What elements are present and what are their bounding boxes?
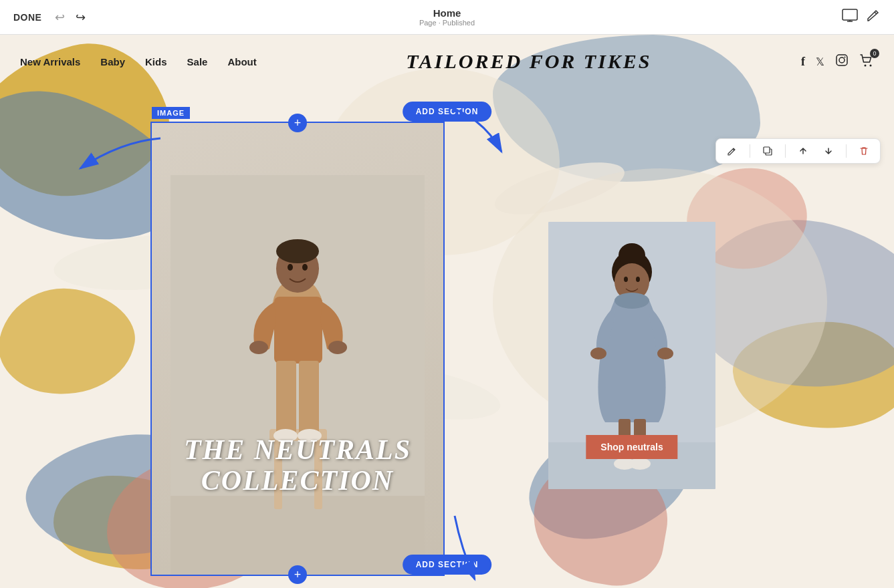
svg-point-31	[636, 277, 640, 282]
svg-point-38	[629, 458, 651, 470]
navigation-bar: New Arrivals Baby Kids Sale About Tailor…	[0, 35, 894, 88]
page-title: Home	[419, 7, 475, 19]
done-button[interactable]: DONE	[13, 12, 41, 23]
toolbar-divider-1	[750, 144, 750, 158]
nav-social-icons: f 𝕏 0	[801, 53, 874, 71]
svg-point-33	[590, 347, 606, 359]
image-selection-box[interactable]: IMAGE + +	[150, 122, 445, 576]
facebook-icon[interactable]: f	[801, 55, 805, 69]
toolbar-right	[842, 8, 881, 26]
svg-rect-40	[764, 147, 770, 153]
add-section-bottom-button[interactable]: ADD SECTION	[403, 555, 492, 575]
add-section-top: ADD SECTION	[403, 102, 492, 122]
svg-rect-3	[836, 55, 847, 65]
svg-point-7	[869, 64, 871, 66]
nav-link-about[interactable]: About	[227, 56, 256, 67]
toolbar-divider-3	[846, 144, 847, 158]
cart-badge: 0	[870, 49, 879, 58]
page-canvas: New Arrivals Baby Kids Sale About Tailor…	[0, 35, 894, 588]
page-status: Page · Published	[419, 19, 475, 27]
history-controls: ↩ ↪	[52, 7, 88, 27]
device-preview-icon[interactable]	[842, 9, 858, 25]
delete-tool-button[interactable]	[856, 143, 872, 159]
brand-logo: Tailored for Tikes	[406, 50, 651, 73]
svg-point-30	[624, 277, 628, 282]
plus-button-top[interactable]: +	[288, 114, 307, 132]
toolbar-center: Home Page · Published	[419, 7, 475, 27]
move-down-button[interactable]	[820, 143, 836, 159]
image-label: IMAGE	[152, 107, 190, 119]
svg-point-5	[844, 56, 845, 57]
undo-button[interactable]: ↩	[52, 7, 68, 27]
cart-icon[interactable]: 0	[859, 53, 874, 71]
copy-tool-button[interactable]	[760, 143, 776, 159]
svg-point-4	[839, 57, 845, 63]
add-section-top-button[interactable]: ADD SECTION	[403, 102, 492, 122]
second-product-image: Shop neutrals	[548, 222, 715, 489]
edit-tool-button[interactable]	[724, 143, 740, 159]
nav-link-baby[interactable]: Baby	[100, 56, 125, 67]
float-toolbar	[715, 138, 881, 164]
svg-point-6	[864, 64, 866, 66]
move-up-button[interactable]	[795, 143, 811, 159]
instagram-icon[interactable]	[835, 53, 849, 70]
edit-mode-icon[interactable]	[866, 8, 881, 26]
svg-point-34	[657, 347, 673, 359]
nav-link-new-arrivals[interactable]: New Arrivals	[20, 56, 80, 67]
nav-link-kids[interactable]: Kids	[145, 56, 167, 67]
svg-point-32	[614, 293, 649, 309]
nav-link-sale[interactable]: Sale	[187, 56, 208, 67]
add-section-bottom: ADD SECTION	[403, 555, 492, 575]
paint-blob-gold-2	[0, 278, 142, 406]
shop-neutrals-button[interactable]: Shop neutrals	[586, 435, 677, 459]
twitter-icon[interactable]: 𝕏	[816, 55, 824, 68]
plus-button-bottom[interactable]: +	[288, 565, 307, 584]
toolbar-left: DONE ↩ ↪	[13, 7, 88, 27]
svg-rect-0	[843, 9, 857, 20]
editor-toolbar: DONE ↩ ↪ Home Page · Published	[0, 0, 894, 35]
nav-links: New Arrivals Baby Kids Sale About	[20, 56, 257, 67]
toolbar-divider-2	[785, 144, 786, 158]
redo-button[interactable]: ↪	[73, 7, 88, 27]
girl-figure: Shop neutrals	[548, 222, 715, 489]
